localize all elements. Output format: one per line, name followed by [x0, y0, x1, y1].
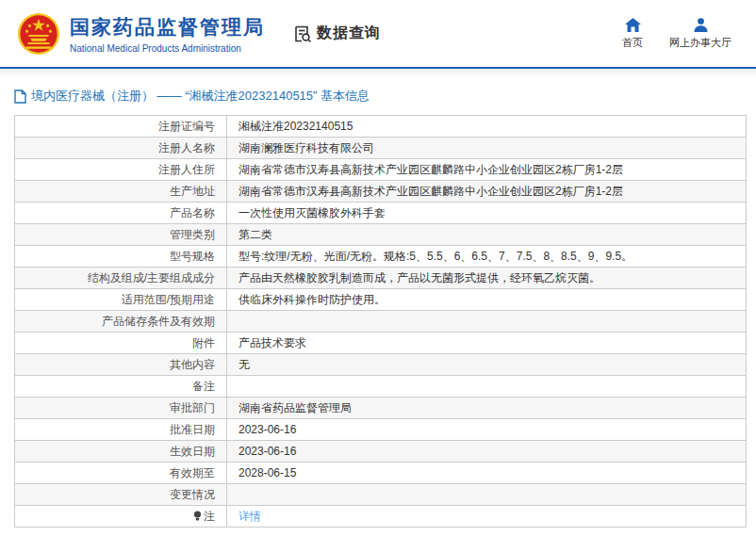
table-row: 注册人住所 湖南省常德市汉寿县高新技术产业园区麒麟路中小企业创业园区2栋厂房1-…	[15, 159, 747, 181]
table-row: 备注	[15, 376, 747, 398]
row-value: 产品技术要求	[227, 333, 747, 354]
table-row: 生产地址 湖南省常德市汉寿县高新技术产业园区麒麟路中小企业创业园区2栋厂房1-2…	[15, 181, 747, 203]
row-value: 2028-06-15	[227, 463, 747, 484]
table-row: 结构及组成/主要组成成分 产品由天然橡胶胶乳制造而成，产品以无菌形式提供，经环氧…	[15, 268, 747, 289]
row-value: 湖南省常德市汉寿县高新技术产业园区麒麟路中小企业创业园区2栋厂房1-2层	[227, 159, 747, 181]
row-label: 注	[15, 506, 227, 528]
row-label: 结构及组成/主要组成成分	[15, 268, 227, 289]
breadcrumb-text: 境内医疗器械（注册） —— “湘械注准20232140515” 基本信息	[31, 88, 370, 105]
row-label: 产品名称	[15, 203, 227, 224]
breadcrumb: 境内医疗器械（注册） —— “湘械注准20232140515” 基本信息	[14, 88, 756, 105]
table-row: 其他内容 无	[15, 354, 747, 376]
china-national-emblem-icon	[17, 12, 60, 56]
row-label: 其他内容	[15, 354, 227, 376]
registration-info-table: 注册证编号 湘械注准20232140515 注册人名称 湖南澜雅医疗科技有限公司…	[14, 115, 747, 528]
table-row: 型号规格 型号:纹理/无粉、光面/无粉。规格:5、5.5、6、6.5、7、7.5…	[15, 246, 747, 268]
row-label: 适用范围/预期用途	[15, 289, 227, 311]
table-row: 管理类别 第二类	[15, 224, 747, 246]
nmpa-logo: 国家药品监督管理局 National Medical Products Admi…	[17, 12, 265, 56]
row-value: 2023-06-16	[227, 441, 747, 463]
table-row: 注册人名称 湖南澜雅医疗科技有限公司	[15, 138, 747, 159]
row-value: 型号:纹理/无粉、光面/无粉。规格:5、5.5、6、6.5、7、7.5、8、8.…	[227, 246, 747, 268]
row-label: 注册证编号	[15, 116, 227, 138]
detail-link[interactable]: 详情	[238, 510, 261, 523]
row-value	[227, 376, 747, 398]
site-titles: 国家药品监督管理局 National Medical Products Admi…	[70, 14, 265, 54]
user-icon	[694, 18, 708, 32]
note-label: 注	[204, 510, 215, 523]
row-value: 湖南澜雅医疗科技有限公司	[227, 138, 747, 159]
table-row: 产品储存条件及有效期	[15, 311, 747, 333]
row-value: 详情	[227, 506, 747, 528]
nav-home[interactable]: 首页	[622, 18, 643, 50]
row-label: 备注	[15, 376, 227, 398]
row-label: 审批部门	[15, 398, 227, 419]
nav-service-hall[interactable]: 网上办事大厅	[669, 18, 731, 50]
table-row: 有效期至 2028-06-15	[15, 463, 747, 484]
table-row: 变更情况	[15, 484, 747, 506]
row-label: 产品储存条件及有效期	[15, 311, 227, 333]
row-value	[227, 311, 747, 333]
row-value: 无	[227, 354, 747, 376]
bulb-icon	[193, 511, 202, 525]
site-header: 国家药品监督管理局 National Medical Products Admi…	[0, 0, 756, 69]
data-query-tab[interactable]: 数据查询	[293, 24, 381, 43]
row-label: 批准日期	[15, 419, 227, 441]
row-label: 变更情况	[15, 484, 227, 506]
row-value: 产品由天然橡胶胶乳制造而成，产品以无菌形式提供，经环氧乙烷灭菌。	[227, 268, 747, 289]
document-icon	[14, 89, 26, 104]
row-value: 第二类	[227, 224, 747, 246]
table-row: 注册证编号 湘械注准20232140515	[15, 116, 747, 138]
row-value	[227, 484, 747, 506]
row-label: 型号规格	[15, 246, 227, 268]
table-row: 附件 产品技术要求	[15, 333, 747, 354]
header-shadow	[0, 69, 756, 77]
nav-home-label: 首页	[622, 36, 643, 50]
site-title-en: National Medical Products Administration	[70, 43, 265, 54]
row-label: 生效日期	[15, 441, 227, 463]
home-icon	[625, 18, 641, 32]
row-label: 注册人名称	[15, 138, 227, 159]
table-row-note: 注 详情	[15, 506, 747, 528]
table-row: 适用范围/预期用途 供临床外科操作时防护使用。	[15, 289, 747, 311]
table-row: 批准日期 2023-06-16	[15, 419, 747, 441]
header-nav: 首页 网上办事大厅	[622, 18, 731, 50]
data-query-label: 数据查询	[317, 24, 381, 43]
row-label: 有效期至	[15, 463, 227, 484]
site-title-cn: 国家药品监督管理局	[70, 14, 265, 41]
table-row: 审批部门 湖南省药品监督管理局	[15, 398, 747, 419]
table-row: 产品名称 一次性使用灭菌橡胶外科手套	[15, 203, 747, 224]
row-label: 注册人住所	[15, 159, 227, 181]
document-search-icon	[293, 24, 312, 43]
nav-service-hall-label: 网上办事大厅	[669, 36, 731, 50]
row-label: 生产地址	[15, 181, 227, 203]
row-value: 2023-06-16	[227, 419, 747, 441]
table-row: 生效日期 2023-06-16	[15, 441, 747, 463]
row-value: 湖南省常德市汉寿县高新技术产业园区麒麟路中小企业创业园区2栋厂房1-2层	[227, 181, 747, 203]
row-value: 湘械注准20232140515	[227, 116, 747, 138]
row-value: 供临床外科操作时防护使用。	[227, 289, 747, 311]
row-label: 附件	[15, 333, 227, 354]
row-label: 管理类别	[15, 224, 227, 246]
row-value: 一次性使用灭菌橡胶外科手套	[227, 203, 747, 224]
row-value: 湖南省药品监督管理局	[227, 398, 747, 419]
